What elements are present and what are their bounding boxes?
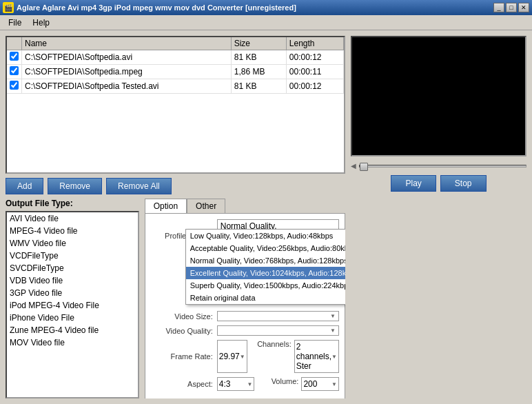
output-list-container: AVI Video fileMPEG-4 Video fileWMV Video… [6,211,139,398]
table-row[interactable]: C:\SOFTPEDIA\Softpedia Tested.avi 81 KB … [7,79,344,94]
dropdown-options-list: Low Quality, Video:128kbps, Audio:48kbps… [186,230,345,304]
bottom-area: Output File Type: AVI Video fileMPEG-4 V… [6,199,345,398]
frame-rate-arrow-icon: ▼ [240,354,245,360]
channels-arrow-icon: ▼ [331,354,337,360]
row-check-0[interactable] [7,50,22,65]
framerate-channels-row: Frame Rate: 29.97 ▼ Channels: 2 channels… [151,340,339,373]
col-header-size: Size [231,37,286,50]
video-quality-arrow-icon: ▼ [330,327,336,334]
maximize-button[interactable]: □ [506,3,517,12]
frame-rate-label: Frame Rate: [151,352,213,361]
output-list: AVI Video fileMPEG-4 Video fileWMV Video… [7,212,138,349]
row-checkbox-2[interactable] [10,81,19,90]
output-list-item[interactable]: Zune MPEG-4 Video file [7,324,138,336]
tab-bar: Option Other [145,199,345,213]
file-table: Name Size Length C:\SOFTPEDIA\Softpedia.… [7,37,344,94]
video-quality-dropdown[interactable]: ▼ [217,325,339,336]
channels-value: 2 channels, Ster [296,342,331,371]
tab-content: Profile setting: Normal Quality, Video:7… [145,213,345,398]
output-list-item[interactable]: MOV Video file [7,336,138,349]
row-check-2[interactable] [7,79,22,94]
volume-arrow-icon: ▼ [331,381,337,387]
row-checkbox-1[interactable] [10,66,19,75]
aspect-volume-controls: 4:3 ▼ Volume: 200 ▼ [217,377,339,391]
row-size-2: 81 KB [231,79,286,94]
playback-buttons: Play Stop [351,175,526,192]
output-list-item[interactable]: VDB Video file [7,274,138,287]
window-controls[interactable]: _ □ ✕ [493,3,529,12]
profile-option-3[interactable]: Excellent Quality, Video:1024kbps, Audio… [186,267,345,279]
output-section-label: Output File Type: [6,199,139,208]
output-list-item[interactable]: 3GP Video file [7,287,138,299]
output-list-item[interactable]: AVI Video file [7,212,138,225]
output-list-item[interactable]: MPEG-4 Video file [7,225,138,237]
row-checkbox-0[interactable] [10,52,19,61]
aspect-label: Aspect: [151,380,213,388]
file-buttons-row: Add Remove Remove All [6,178,345,194]
add-button[interactable]: Add [6,178,43,194]
video-size-dropdown[interactable]: ▼ [217,311,339,321]
menubar: File Help [0,15,532,30]
output-list-item[interactable]: WMV Video file [7,237,138,250]
table-row[interactable]: C:\SOFTPEDIA\Softpedia.mpeg 1,86 MB 00:0… [7,65,344,79]
app-icon: 🎬 [3,2,14,13]
window-title: Aglare Aglare Avi mp4 3gp iPod mpeg wmv … [17,3,296,12]
profile-option-4[interactable]: Superb Quality, Video:1500kbps, Audio:22… [186,279,345,292]
aspect-value: 4:3 [219,379,231,389]
profile-option-2[interactable]: Normal Quality, Video:768kbps, Audio:128… [186,254,345,267]
slider-track[interactable] [359,165,526,168]
menu-help[interactable]: Help [27,17,55,29]
row-size-0: 81 KB [231,50,286,65]
channels-dropdown[interactable]: 2 channels, Ster ▼ [294,340,339,373]
play-button[interactable]: Play [391,175,436,192]
output-list-item[interactable]: VCDFileType [7,250,138,262]
row-length-1: 00:00:11 [286,65,343,79]
minimize-button[interactable]: _ [493,3,504,12]
col-header-name: Name [22,37,232,50]
main-area: Name Size Length C:\SOFTPEDIA\Softpedia.… [0,30,532,404]
remove-button[interactable]: Remove [48,178,102,194]
video-quality-label: Video Quality: [151,327,213,335]
profile-dropdown-overlay: Low Quality, Video:128kbps, Audio:48kbps… [185,229,345,305]
profile-option-0[interactable]: Low Quality, Video:128kbps, Audio:48kbps [186,230,345,242]
video-size-row: Video Size: ▼ [151,311,339,321]
convert-section: Convert [151,395,339,398]
profile-option-5[interactable]: Retain original data [186,292,345,304]
titlebar: 🎬 Aglare Aglare Avi mp4 3gp iPod mpeg wm… [0,0,532,15]
output-list-item[interactable]: SVCDFileType [7,262,138,274]
output-list-item[interactable]: iPhone Video File [7,312,138,324]
row-size-1: 1,86 MB [231,65,286,79]
remove-all-button[interactable]: Remove All [106,178,172,194]
frame-rate-dropdown[interactable]: 29.97 ▼ [217,340,247,373]
table-row[interactable]: C:\SOFTPEDIA\Softpedia.avi 81 KB 00:00:1… [7,50,344,65]
video-size-arrow-icon: ▼ [330,313,336,319]
slider-start-icon: ◀ [351,162,356,170]
close-button[interactable]: ✕ [518,3,529,12]
row-name-1: C:\SOFTPEDIA\Softpedia.mpeg [22,65,232,79]
stop-button[interactable]: Stop [440,175,487,192]
frame-rate-value: 29.97 [219,352,240,361]
video-quality-row: Video Quality: ▼ [151,325,339,336]
video-preview [351,36,526,156]
row-name-2: C:\SOFTPEDIA\Softpedia Tested.avi [22,79,232,94]
volume-label: Volume: [257,377,298,391]
row-check-1[interactable] [7,65,22,79]
slider-thumb[interactable] [360,163,368,171]
aspect-dropdown[interactable]: 4:3 ▼ [217,377,255,391]
output-section: Output File Type: AVI Video fileMPEG-4 V… [6,199,139,398]
tab-option[interactable]: Option [145,199,187,213]
col-header-length: Length [286,37,343,50]
video-size-control: ▼ [217,311,339,321]
aspect-arrow-icon: ▼ [247,381,252,387]
framerate-channels-controls: 29.97 ▼ Channels: 2 channels, Ster ▼ [217,340,339,373]
video-quality-control: ▼ [217,325,339,336]
output-list-item[interactable]: iPod MPEG-4 Video File [7,299,138,312]
volume-dropdown[interactable]: 200 ▼ [301,377,339,391]
tab-other[interactable]: Other [187,199,225,213]
menu-file[interactable]: File [3,17,27,29]
profile-option-1[interactable]: Acceptable Quality, Video:256kbps, Audio… [186,242,345,254]
aspect-volume-row: Aspect: 4:3 ▼ Volume: 200 ▼ [151,377,339,391]
row-name-0: C:\SOFTPEDIA\Softpedia.avi [22,50,232,65]
slider-row: ◀ [351,161,526,171]
row-length-2: 00:00:12 [286,79,343,94]
